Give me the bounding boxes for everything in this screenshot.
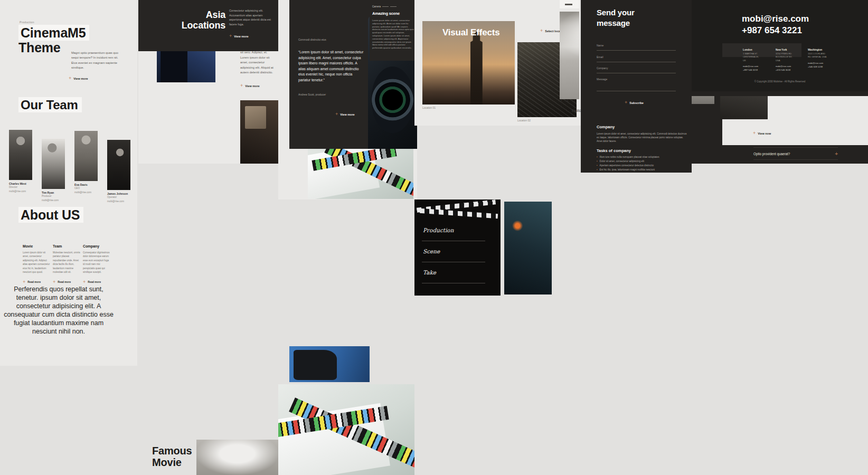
company-title: Company — [597, 125, 615, 129]
team-photo — [9, 130, 32, 180]
message-label: Message — [597, 78, 607, 81]
asia-view-more[interactable]: +View more — [229, 34, 249, 39]
name-label: Name — [597, 44, 603, 47]
camera-label: Camera — [372, 5, 397, 8]
footer-section: mobi@rise.com +987 654 3221 London 1 MAR… — [692, 0, 868, 91]
clapperboard-large-image — [278, 384, 414, 475]
about-col-team: Team Molestiae nesciunt, omnis pariatur … — [53, 244, 80, 274]
team-photo — [107, 140, 130, 190]
cinema-camera-image — [504, 202, 552, 294]
team-member: Tim Ryan Producer mobi@rise.com — [42, 191, 59, 203]
quote-author: Andrew Scott, producer — [298, 93, 326, 96]
office-washington: Washington 1101 LOCHLAND RD GENEVA, USA … — [808, 49, 837, 68]
tasks-title: Tasks of company — [597, 148, 631, 153]
about-read-more[interactable]: +Read more — [83, 280, 101, 284]
chevron-right-icon[interactable]: › — [567, 98, 569, 103]
office-london: London 1 MARTHA ST CENTEREACH, UK mobi@r… — [743, 49, 772, 71]
production-slate-image: Production Scene Take — [414, 200, 501, 296]
about-read-more[interactable]: +Read more — [53, 280, 71, 284]
best-view-now[interactable]: +View now — [753, 131, 771, 136]
message-input[interactable] — [597, 91, 676, 91]
amazing-text: Lorem ipsum dolor sit amet, consectetur … — [372, 19, 414, 50]
famous-bottom-title: Famous Movie — [152, 445, 192, 469]
send-message-section: Send your message Name Email Company Mes… — [581, 0, 692, 173]
task-item: •Dolor sit amet, consectetur adipisicing… — [597, 160, 644, 163]
chevron-left-icon[interactable]: ‹ — [561, 98, 562, 103]
quote-view-more[interactable]: +View more — [335, 112, 355, 117]
amazing-scene-block: Camera Amazing scene Lorem ipsum dolor s… — [370, 0, 417, 61]
company-input[interactable] — [597, 73, 676, 73]
plus-icon: + — [83, 280, 86, 284]
task-item: •Illum iure nobis nulla numquam placeat … — [597, 156, 659, 158]
team-photo — [42, 139, 65, 189]
slate-word-production: Production — [423, 227, 454, 233]
name-input[interactable] — [597, 50, 676, 51]
office-newyork: New York 3254 PINES RD BOONVILLE NY, USA… — [776, 49, 805, 71]
amazing-title: Amazing scene — [372, 12, 400, 16]
production-view-more[interactable]: + View more — [69, 76, 88, 81]
plus-icon: + — [69, 76, 71, 81]
plus-icon: + — [53, 280, 55, 284]
team-member: James Johnson Operator mobi@rise.com — [107, 192, 128, 204]
plus-icon: + — [625, 100, 627, 105]
message-title: Send your message — [597, 7, 635, 28]
footer-phone[interactable]: +987 654 3221 — [742, 25, 802, 36]
task-item: •Est hic illo, ipsa, laboriosam magni mo… — [597, 168, 655, 171]
visual-effects-title: Visual Effects — [442, 27, 499, 37]
asia-locations-section: Asia Locations Consectetur adipisicing e… — [138, 0, 278, 51]
about-col-movie: Movie Lorem ipsum dolor sit amet, consec… — [23, 244, 50, 274]
company-text: Lorem ipsum dolor sit amet, consectetur … — [597, 132, 687, 143]
about-col-company: Company Consequatur dignissimos dolor do… — [83, 244, 110, 274]
main-light-section: Production CinemaM5 Theme Magni optio pr… — [0, 0, 137, 366]
asia-title: Asia Locations — [154, 10, 225, 31]
faq-item[interactable]: Optio provident quaerat? + — [753, 148, 838, 160]
plus-icon: + — [23, 280, 25, 284]
plus-icon: + — [540, 28, 543, 33]
smoke-image — [196, 440, 278, 475]
slate-word-scene: Scene — [423, 248, 440, 254]
plus-icon: + — [753, 131, 756, 136]
slate-word-take: Take — [423, 269, 436, 276]
plus-icon: + — [240, 83, 243, 88]
film-crew-image — [289, 346, 370, 382]
production-text: Magni optio praesentium quas quo sequi t… — [71, 51, 121, 71]
location-caption-2: Location 02 — [517, 119, 531, 122]
streaming-view-more[interactable]: +View more — [240, 83, 260, 88]
subscribe-button[interactable]: +Subscribe — [625, 100, 644, 105]
plus-icon: + — [229, 34, 232, 39]
plus-icon[interactable]: + — [835, 151, 838, 157]
team-member: Charles West Director mobi@rise.com — [9, 182, 26, 194]
copyright: © Copyright 2030 Mobirise - All Rights R… — [692, 80, 868, 83]
closing-statement: Perferendis quos repellat sunt, tenetur.… — [3, 285, 115, 336]
carousel-arrows: ‹ › — [561, 98, 568, 103]
team-photo — [74, 131, 98, 181]
plus-icon: + — [335, 112, 338, 117]
company-label: Company — [597, 66, 608, 70]
task-item: •Aperiam asperiores consectetur delectus… — [597, 164, 654, 167]
about-title: About US — [18, 207, 83, 222]
team-member: Eva Davis CEO mobi@rise.com — [74, 183, 91, 195]
team-title: Our Team — [18, 98, 82, 112]
asia-text: Consectetur adipisicing elit. Accusantiu… — [229, 8, 271, 26]
email-label: Email — [597, 55, 603, 59]
location-caption-1: Location 01 — [422, 107, 436, 109]
footer-email[interactable]: mobi@rise.com — [742, 14, 809, 24]
production-eyeb: Production — [20, 21, 34, 24]
email-input[interactable] — [597, 62, 676, 62]
quote-text: “Lorem ipsum dolor sit amet, consectetur… — [298, 50, 365, 83]
about-read-more[interactable]: +Read more — [23, 280, 41, 284]
design-board: CINEMAM5 Home Production Team Contacts ≡… — [0, 0, 868, 475]
quote-label: Commodi distinctio eius — [298, 38, 326, 41]
locations-section: +Select location Location 01 Location 02 — [414, 0, 581, 126]
camera-monitor-image — [240, 100, 278, 164]
